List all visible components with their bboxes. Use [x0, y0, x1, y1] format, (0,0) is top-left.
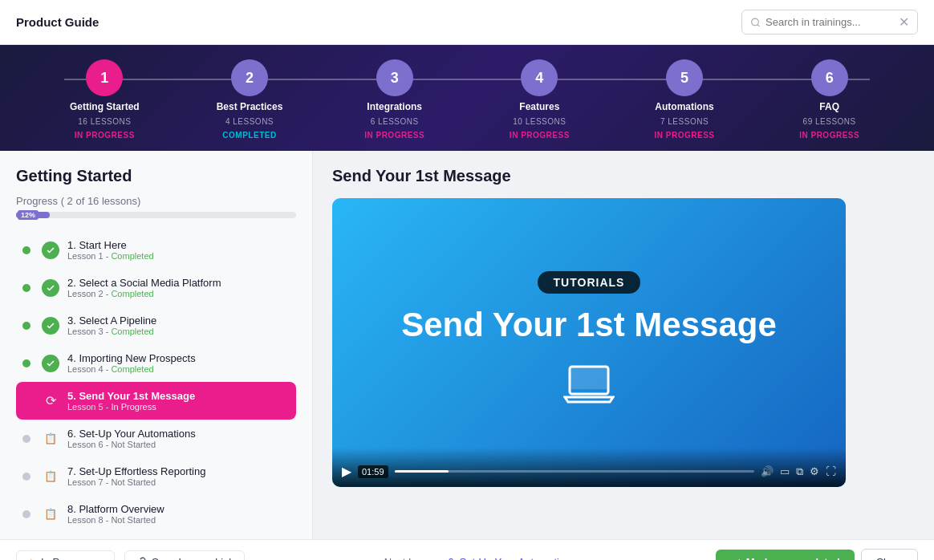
lesson-meta: Lesson 1 - Completed — [67, 251, 290, 261]
lesson-item-6[interactable]: 📋 6. Set-Up Your Automations Lesson 6 - … — [16, 420, 296, 457]
lesson-item-8[interactable]: 📋 8. Platform Overview Lesson 8 - Not St… — [16, 495, 296, 533]
completed-icon — [42, 317, 59, 335]
lesson-name: 1. Start Here — [67, 239, 290, 251]
lesson-name: 6. Set-Up Your Automations — [67, 428, 290, 440]
lesson-text: 6. Set-Up Your Automations Lesson 6 - No… — [67, 428, 290, 449]
step-item-5[interactable]: 5 Automations 7 LESSONS IN PROGRESS — [612, 59, 757, 140]
lesson-item-5[interactable]: ⟳ 5. Send Your 1st Message Lesson 5 - In… — [16, 382, 296, 420]
not-started-icon: 📋 — [42, 430, 59, 448]
caption-icon[interactable]: ▭ — [780, 465, 790, 477]
video-time: 01:59 — [358, 465, 388, 478]
timeline-dot — [22, 397, 30, 405]
step-status: IN PROGRESS — [799, 131, 859, 140]
in-progress-button[interactable]: ✦ In Progress ▾ — [16, 550, 115, 561]
search-close-button[interactable]: ✕ — [899, 14, 909, 30]
main-content: Getting Started Progress ( 2 of 16 lesso… — [0, 151, 934, 539]
lesson-meta: Lesson 7 - Not Started — [67, 477, 290, 487]
step-circle: 3 — [376, 59, 413, 96]
next-lesson-label: Next Lesson: — [384, 556, 445, 560]
step-item-2[interactable]: 2 Best Practices 4 LESSONS COMPLETED — [177, 59, 323, 140]
step-circle: 4 — [521, 59, 558, 96]
lesson-meta: Lesson 3 - Completed — [67, 327, 290, 336]
step-lessons: 7 LESSONS — [660, 117, 709, 126]
progress-bar-fill: 12% — [16, 212, 50, 218]
step-circle: 5 — [666, 59, 703, 96]
lesson-meta: Lesson 6 - Not Started — [67, 440, 290, 449]
not-started-icon: 📋 — [42, 468, 59, 485]
lesson-item-1[interactable]: 1. Start Here Lesson 1 - Completed — [16, 231, 296, 269]
lesson-item-2[interactable]: 2. Select a Social Media Platform Lesson… — [16, 269, 296, 306]
laptop-icon — [563, 363, 615, 414]
fullscreen-icon[interactable]: ⛶ — [826, 465, 836, 477]
play-button[interactable]: ▶ — [342, 464, 351, 479]
step-lessons: 16 LESSONS — [78, 117, 131, 126]
lesson-text: 5. Send Your 1st Message Lesson 5 - In P… — [67, 390, 290, 412]
timeline-connector — [22, 435, 30, 443]
lesson-heading: Send Your 1st Message — [332, 167, 915, 185]
timeline-dot — [22, 359, 30, 367]
step-item-3[interactable]: 3 Integrations 6 LESSONS IN PROGRESS — [322, 59, 467, 140]
in-progress-icon: ⟳ — [42, 392, 59, 410]
lesson-name: 8. Platform Overview — [67, 503, 290, 515]
close-button[interactable]: Close — [861, 549, 918, 560]
step-status: IN PROGRESS — [75, 131, 135, 140]
search-bar: ✕ — [741, 10, 918, 34]
step-status: IN PROGRESS — [364, 131, 424, 140]
lesson-text: 8. Platform Overview Lesson 8 - Not Star… — [67, 503, 290, 525]
in-progress-label: In Progress — [41, 556, 94, 560]
lesson-item-7[interactable]: 📋 7. Set-Up Effortless Reporting Lesson … — [16, 457, 296, 495]
step-status: IN PROGRESS — [655, 131, 715, 140]
search-icon — [750, 17, 761, 28]
settings-icon[interactable]: ⚙ — [810, 465, 819, 477]
pip-icon[interactable]: ⧉ — [796, 465, 803, 478]
lesson-name: 7. Set-Up Effortless Reporting — [67, 465, 290, 477]
tutorials-badge: TUTORIALS — [538, 271, 641, 294]
course-stepper: 1 Getting Started 16 LESSONS IN PROGRESS… — [0, 45, 934, 151]
video-progress-fill — [395, 470, 449, 473]
step-title: FAQ — [819, 101, 839, 112]
lesson-meta: Lesson 4 - Completed — [67, 364, 290, 374]
mark-complete-button[interactable]: Mark as completed — [716, 550, 855, 560]
step-lessons: 6 LESSONS — [371, 117, 419, 126]
lesson-name: 4. Importing New Prospects — [67, 352, 290, 364]
lesson-meta: Lesson 8 - Not Started — [67, 515, 290, 525]
lesson-text: 1. Start Here Lesson 1 - Completed — [67, 239, 290, 261]
step-item-4[interactable]: 4 Features 10 LESSONS IN PROGRESS — [467, 59, 612, 140]
step-item-1[interactable]: 1 Getting Started 16 LESSONS IN PROGRESS — [32, 59, 177, 140]
timeline-dot — [22, 435, 30, 443]
lesson-list: 1. Start Here Lesson 1 - Completed 2. Se… — [16, 231, 296, 533]
timeline-dot — [22, 473, 30, 481]
step-item-6[interactable]: 6 FAQ 69 LESSONS IN PROGRESS — [757, 59, 902, 140]
copy-link-button[interactable]: Copy Lesson Link — [124, 550, 244, 560]
step-lessons: 10 LESSONS — [513, 117, 566, 126]
volume-icon[interactable]: 🔊 — [761, 465, 774, 477]
checkmark-icon — [730, 557, 741, 561]
video-player: TUTORIALS Send Your 1st Message ▶ 01:59 — [332, 198, 846, 487]
video-control-icons: 🔊 ▭ ⧉ ⚙ ⛶ — [761, 465, 836, 478]
timeline-connector — [22, 322, 30, 330]
lesson-item-3[interactable]: 3. Select A Pipeline Lesson 3 - Complete… — [16, 306, 296, 344]
lesson-meta: Lesson 2 - Completed — [67, 289, 290, 298]
search-input[interactable] — [765, 16, 894, 28]
sidebar-title: Getting Started — [16, 167, 296, 185]
footer-left: ✦ In Progress ▾ Copy Lesson Link — [16, 550, 245, 561]
next-lesson-link[interactable]: 6. Set-Up Your Automations — [448, 556, 576, 560]
lesson-item-4[interactable]: 4. Importing New Prospects Lesson 4 - Co… — [16, 344, 296, 382]
completed-icon — [42, 279, 59, 297]
video-title: Send Your 1st Message — [401, 306, 777, 343]
footer: ✦ In Progress ▾ Copy Lesson Link Next Le… — [0, 539, 934, 560]
video-progress-bar[interactable] — [395, 470, 754, 473]
progress-bar-container: 12% — [16, 212, 296, 218]
step-status: IN PROGRESS — [510, 131, 570, 140]
step-lessons: 69 LESSONS — [803, 117, 856, 126]
step-circle: 1 — [86, 59, 123, 96]
timeline-connector — [22, 510, 30, 518]
lesson-name: 3. Select A Pipeline — [67, 314, 290, 327]
progress-label: Progress ( 2 of 16 lessons) — [16, 195, 296, 207]
not-started-icon: 📋 — [42, 505, 59, 523]
right-panel: Send Your 1st Message TUTORIALS Send You… — [313, 151, 934, 539]
lesson-name: 5. Send Your 1st Message — [67, 390, 290, 402]
step-title: Features — [519, 101, 559, 112]
step-title: Automations — [655, 101, 713, 112]
timeline-dot — [22, 322, 30, 330]
